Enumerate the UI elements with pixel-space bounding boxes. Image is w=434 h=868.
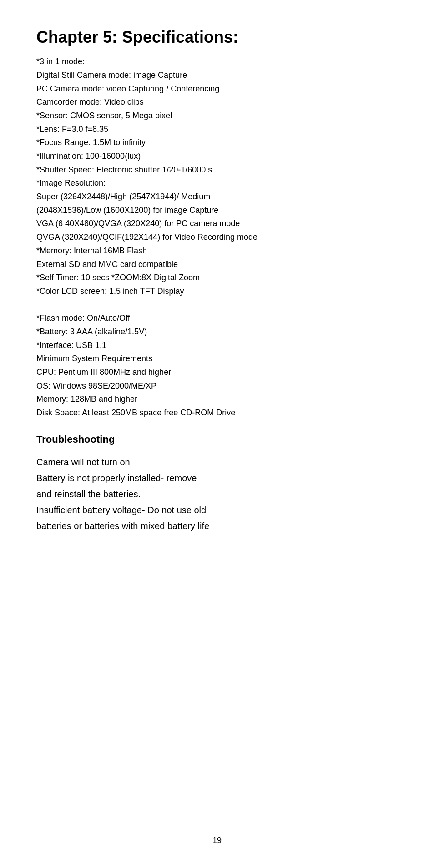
spec-line: *Flash mode: On/Auto/Off — [36, 312, 398, 325]
spec-line: *Shutter Speed: Electronic shutter 1/20-… — [36, 163, 398, 177]
spec-line: Digital Still Camera mode: image Capture — [36, 69, 398, 82]
spec-line: *Illumination: 100-16000(lux) — [36, 150, 398, 163]
page-number: 19 — [0, 836, 434, 845]
spec-line — [36, 298, 398, 312]
spec-line: *Color LCD screen: 1.5 inch TFT Display — [36, 285, 398, 298]
spec-line: *Image Resolution: — [36, 177, 398, 190]
spec-line: *Sensor: CMOS sensor, 5 Mega pixel — [36, 109, 398, 123]
spec-line: QVGA (320X240)/QCIF(192X144) for Video R… — [36, 231, 398, 244]
spec-line: CPU: Pentium III 800MHz and higher — [36, 366, 398, 379]
spec-line: *Memory: Internal 16MB Flash — [36, 244, 398, 258]
spec-line: OS: Windows 98SE/2000/ME/XP — [36, 379, 398, 393]
troubleshooting-line: and reinstall the batteries. — [36, 486, 398, 502]
spec-line: Super (3264X2448)/High (2547X1944)/ Medi… — [36, 190, 398, 204]
spec-line: PC Camera mode: video Capturing / Confer… — [36, 82, 398, 96]
spec-line: Memory: 128MB and higher — [36, 393, 398, 406]
spec-line: VGA (6 40X480)/QVGA (320X240) for PC cam… — [36, 217, 398, 231]
page: Chapter 5: Specifications: *3 in 1 mode:… — [0, 0, 434, 868]
spec-line: *Self Timer: 10 secs *ZOOM:8X Digital Zo… — [36, 271, 398, 285]
chapter-title: Chapter 5: Specifications: — [36, 27, 398, 47]
troubleshooting-line: Battery is not properly installed- remov… — [36, 470, 398, 486]
spec-line: *Battery: 3 AAA (alkaline/1.5V) — [36, 325, 398, 339]
troubleshooting-block: Camera will not turn onBattery is not pr… — [36, 454, 398, 534]
specs-block: *3 in 1 mode:Digital Still Camera mode: … — [36, 55, 398, 420]
spec-line: Disk Space: At least 250MB space free CD… — [36, 406, 398, 420]
troubleshooting-line: Insufficient battery voltage- Do not use… — [36, 502, 398, 518]
spec-line: External SD and MMC card compatible — [36, 258, 398, 272]
troubleshooting-line: Camera will not turn on — [36, 454, 398, 470]
troubleshooting-title: Troubleshooting — [36, 434, 398, 445]
troubleshooting-line: batteries or batteries with mixed batter… — [36, 518, 398, 534]
spec-line: *Lens: F=3.0 f=8.35 — [36, 123, 398, 136]
spec-line: *Focus Range: 1.5M to infinity — [36, 136, 398, 150]
spec-line: (2048X1536)/Low (1600X1200) for image Ca… — [36, 204, 398, 217]
spec-line: Camcorder mode: Video clips — [36, 96, 398, 109]
spec-line: Minimum System Requirements — [36, 352, 398, 366]
spec-line: *3 in 1 mode: — [36, 55, 398, 69]
spec-line: *Interface: USB 1.1 — [36, 339, 398, 353]
